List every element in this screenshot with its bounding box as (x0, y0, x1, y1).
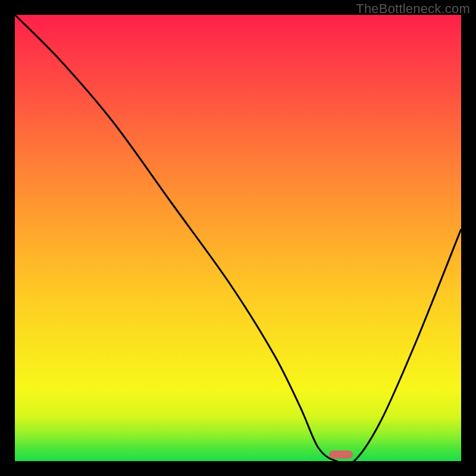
bottleneck-curve (15, 15, 461, 461)
optimal-point-marker (329, 450, 353, 459)
curve-path (15, 15, 461, 461)
chart-frame: TheBottleneck.com (0, 0, 476, 476)
plot-area (15, 15, 461, 461)
